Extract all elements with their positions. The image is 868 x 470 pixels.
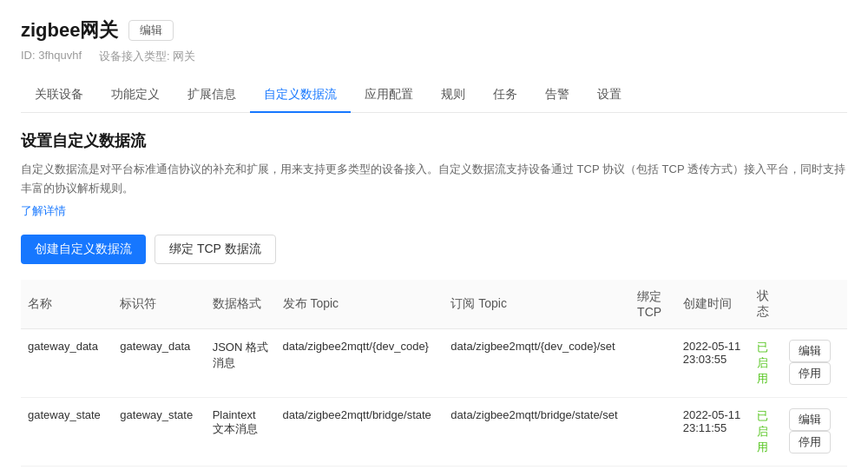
tab-关联设备[interactable]: 关联设备 — [21, 78, 97, 113]
page-title: zigbee网关 — [21, 17, 118, 43]
action-bar: 创建自定义数据流 绑定 TCP 数据流 — [21, 235, 847, 264]
row-edit-button[interactable]: 编辑 — [789, 340, 831, 362]
create-datastream-button[interactable]: 创建自定义数据流 — [21, 235, 146, 264]
device-id: ID: 3fhquvhf — [21, 49, 82, 64]
table-row: gateway_datagateway_dataJSON 格式消息data/zi… — [21, 329, 847, 398]
table-header-row: 名称标识符数据格式发布 Topic订阅 Topic绑定 TCP创建时间状态 — [21, 280, 847, 329]
status-badge: 已启用 — [757, 409, 768, 453]
cell-status: 已启用 — [750, 467, 782, 470]
col-header-1: 标识符 — [113, 280, 205, 329]
status-badge: 已启用 — [757, 341, 768, 385]
row-edit-button[interactable]: 编辑 — [789, 408, 831, 431]
cell-identifier: gateway_config — [113, 467, 205, 470]
tab-任务[interactable]: 任务 — [479, 78, 531, 113]
datastream-table: 名称标识符数据格式发布 Topic订阅 Topic绑定 TCP创建时间状态 ga… — [21, 280, 847, 470]
col-header-2: 数据格式 — [206, 280, 276, 329]
cell-format: JSON 格式消息 — [206, 467, 276, 470]
col-header-5: 绑定 TCP — [630, 280, 676, 329]
page-header: zigbee网关 编辑 ID: 3fhquvhf 设备接入类型: 网关 — [21, 17, 847, 64]
bind-tcp-button[interactable]: 绑定 TCP 数据流 — [155, 235, 276, 264]
section-title: 设置自定义数据流 — [21, 130, 847, 151]
table-row: gateway_stategateway_statePlaintext 文本消息… — [21, 398, 847, 467]
cell-sub-topic: data/zigbee2mqtt/{dev_code}/set — [444, 329, 630, 398]
table-row: gateway_configgateway_configJSON 格式消息dat… — [21, 467, 847, 470]
cell-pub-topic: data/zigbee2mqtt/bridge/state — [276, 398, 444, 467]
header-edit-button[interactable]: 编辑 — [128, 20, 174, 41]
tab-bar: 关联设备功能定义扩展信息自定义数据流应用配置规则任务告警设置 — [21, 78, 847, 113]
cell-name: gateway_config — [21, 467, 113, 470]
tab-功能定义[interactable]: 功能定义 — [97, 78, 174, 113]
learn-more-link[interactable]: 了解详情 — [21, 204, 66, 217]
cell-bind-tcp — [630, 329, 676, 398]
row-stop-button[interactable]: 停用 — [789, 431, 831, 453]
device-type: 设备接入类型: 网关 — [99, 49, 195, 64]
cell-status: 已启用 — [750, 398, 782, 467]
col-header-6: 创建时间 — [676, 280, 751, 329]
col-header-3: 发布 Topic — [276, 280, 444, 329]
tab-告警[interactable]: 告警 — [531, 78, 583, 113]
cell-created-time: 2022-08-26 16:20:32 — [676, 467, 751, 470]
col-header-4: 订阅 Topic — [444, 280, 630, 329]
cell-identifier: gateway_state — [113, 398, 205, 467]
cell-actions: 编辑停用 — [782, 467, 847, 470]
section-custom-datastream: 设置自定义数据流 自定义数据流是对平台标准通信协议的补充和扩展，用来支持更多类型… — [21, 130, 847, 219]
cell-status: 已启用 — [750, 329, 782, 398]
col-header-7: 状态 — [750, 280, 782, 329]
cell-format: JSON 格式消息 — [206, 329, 276, 398]
cell-format: Plaintext 文本消息 — [206, 398, 276, 467]
row-stop-button[interactable]: 停用 — [789, 362, 831, 385]
cell-sub-topic: data/zigbee2mqtt/bridge/config/set — [444, 467, 630, 470]
cell-bind-tcp — [630, 467, 676, 470]
cell-bind-tcp — [630, 398, 676, 467]
cell-sub-topic: data/zigbee2mqtt/bridge/state/set — [444, 398, 630, 467]
cell-actions: 编辑停用 — [782, 329, 847, 398]
cell-created-time: 2022-05-11 23:03:55 — [676, 329, 751, 398]
cell-identifier: gateway_data — [113, 329, 205, 398]
col-header-8 — [782, 280, 847, 329]
cell-pub-topic: data/zigbee2mqtt/bridge/config — [276, 467, 444, 470]
cell-actions: 编辑停用 — [782, 398, 847, 467]
section-description: 自定义数据流是对平台标准通信协议的补充和扩展，用来支持更多类型的设备接入。自定义… — [21, 160, 847, 198]
cell-pub-topic: data/zigbee2mqtt/{dev_code} — [276, 329, 444, 398]
cell-name: gateway_data — [21, 329, 113, 398]
cell-name: gateway_state — [21, 398, 113, 467]
tab-扩展信息[interactable]: 扩展信息 — [174, 78, 250, 113]
cell-created-time: 2022-05-11 23:11:55 — [676, 398, 751, 467]
tab-自定义数据流[interactable]: 自定义数据流 — [250, 78, 351, 113]
tab-设置[interactable]: 设置 — [583, 78, 635, 113]
col-header-0: 名称 — [21, 280, 113, 329]
tab-规则[interactable]: 规则 — [427, 78, 479, 113]
tab-应用配置[interactable]: 应用配置 — [351, 78, 427, 113]
